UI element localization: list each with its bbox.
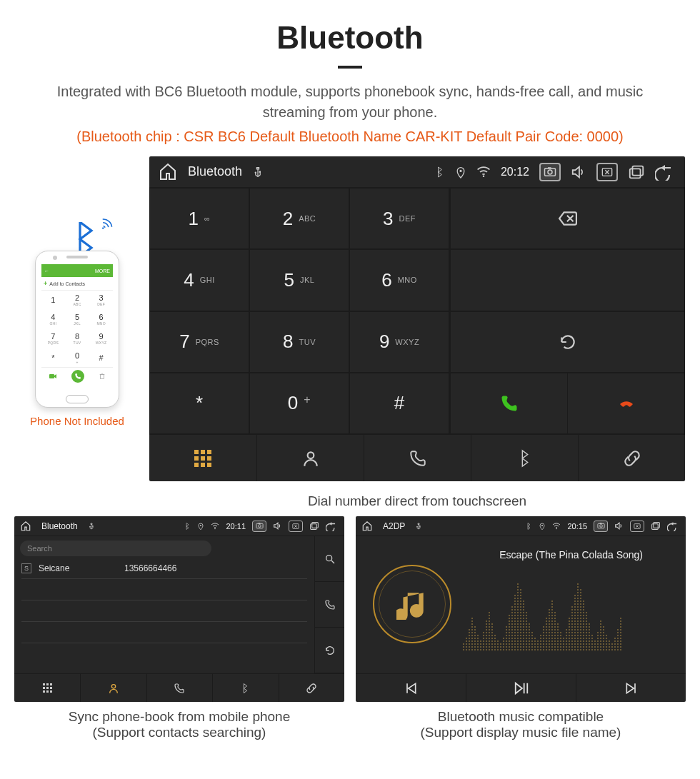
tab-keypad[interactable] <box>149 435 256 481</box>
back-button[interactable] <box>655 164 676 181</box>
key-5[interactable]: 5JKL <box>249 249 349 311</box>
tab-bluetooth[interactable] <box>471 435 578 481</box>
search-placeholder: Search <box>27 544 52 553</box>
music-note-icon <box>396 588 428 620</box>
home-icon[interactable] <box>361 521 373 532</box>
wifi-icon <box>552 522 561 531</box>
key-star[interactable]: * <box>149 373 249 434</box>
key-6[interactable]: 6MNO <box>349 249 449 311</box>
volume-button[interactable] <box>571 164 586 180</box>
key-3[interactable]: 3DEF <box>349 188 449 249</box>
backspace-button[interactable] <box>450 188 685 249</box>
bluetooth-tab-icon <box>241 683 250 694</box>
back-button[interactable] <box>667 521 680 531</box>
close-app-button[interactable] <box>289 521 303 532</box>
contact-list: S Seicane 13566664466 <box>14 558 314 643</box>
music-caption: Bluetooth music compatible (Support disp… <box>356 709 686 740</box>
clock: 20:11 <box>226 522 246 531</box>
dialer-keypad: 1∞ 2ABC 3DEF 4GHI 5JKL 6MNO 7PQRS 8TUV 9… <box>149 188 449 434</box>
refresh-button[interactable] <box>450 311 685 373</box>
close-app-button[interactable] <box>630 521 644 532</box>
phone-frame: ← MORE + Add to Contacts 1 2ABC 3DEF 4GH… <box>35 251 119 408</box>
dialer-bottom-bar <box>149 434 685 481</box>
key-4[interactable]: 4GHI <box>149 249 249 311</box>
tab-contacts[interactable] <box>256 435 364 481</box>
next-icon <box>624 681 639 695</box>
contact-name: Seicane <box>39 563 117 573</box>
key-hash[interactable]: # <box>349 373 449 434</box>
location-icon <box>539 522 546 531</box>
phone-icon <box>174 683 185 694</box>
contact-row[interactable]: S Seicane 13566664466 <box>21 558 307 579</box>
playpause-button[interactable] <box>466 674 576 702</box>
contacts-bottom-bar <box>14 673 344 702</box>
side-call-button[interactable] <box>315 582 344 628</box>
key-7[interactable]: 7PQRS <box>149 311 249 373</box>
contact-badge: S <box>21 563 31 573</box>
phone-back-icon: ← <box>44 268 49 273</box>
tab-pair[interactable] <box>578 435 685 481</box>
key-0[interactable]: 0+ <box>249 373 349 434</box>
home-icon[interactable] <box>20 521 31 532</box>
dialer-caption: Dial number direct from touchscreen <box>149 493 685 509</box>
person-icon <box>301 449 320 468</box>
link-icon <box>623 449 641 468</box>
usb-icon <box>88 522 95 531</box>
tab-contacts[interactable] <box>80 674 146 702</box>
back-button[interactable] <box>326 521 339 531</box>
bluetooth-status-icon <box>435 165 445 179</box>
phone-more: MORE <box>95 268 110 273</box>
recent-apps-button[interactable] <box>628 164 645 180</box>
side-search-button[interactable] <box>315 536 344 582</box>
prev-button[interactable] <box>356 674 466 702</box>
camera-button[interactable] <box>594 521 608 532</box>
tab-calllog[interactable] <box>146 674 212 702</box>
tab-pair[interactable] <box>279 674 344 702</box>
phone-action-bar <box>41 367 113 384</box>
camera-button[interactable] <box>539 163 561 181</box>
volume-button[interactable] <box>614 521 624 531</box>
person-icon <box>108 683 119 694</box>
key-1[interactable]: 1∞ <box>149 188 249 249</box>
recent-apps-button[interactable] <box>309 521 319 531</box>
search-input[interactable]: Search <box>20 541 211 556</box>
page-description: Integrated with BC6 Bluetooth module, su… <box>0 81 700 123</box>
empty-cell <box>450 249 685 311</box>
usb-icon <box>252 165 264 179</box>
plus-icon: + <box>44 280 47 287</box>
playpause-icon <box>513 680 530 696</box>
tab-keypad[interactable] <box>14 674 80 702</box>
wifi-icon <box>211 522 219 531</box>
song-title: Escape (The Pina Colada Song) <box>499 549 643 561</box>
next-button[interactable] <box>576 674 686 702</box>
hangup-button[interactable] <box>567 373 684 433</box>
contacts-side-tools <box>314 536 344 673</box>
recent-apps-button[interactable] <box>651 521 661 531</box>
usb-icon <box>415 522 422 531</box>
call-button[interactable] <box>451 373 567 433</box>
key-8[interactable]: 8TUV <box>249 311 349 373</box>
volume-button[interactable] <box>273 521 282 531</box>
camera-button[interactable] <box>252 521 266 532</box>
phone-keypad: 1 2ABC 3DEF 4GHI 5JKL 6MNO 7PQRS 8TUV 9W… <box>41 291 113 367</box>
keypad-icon <box>194 450 211 467</box>
bluetooth-status-icon <box>526 522 532 531</box>
tab-bluetooth[interactable] <box>212 674 278 702</box>
bluetooth-specs: (Bluetooth chip : CSR BC6 Default Blueto… <box>0 129 700 145</box>
svg-rect-12 <box>49 374 54 378</box>
key-2[interactable]: 2ABC <box>249 188 349 249</box>
page-title: Bluetooth <box>0 20 700 56</box>
status-title: Bluetooth <box>188 164 242 179</box>
link-icon <box>306 683 317 694</box>
phone-note: Phone Not Included <box>23 415 131 427</box>
side-refresh-button[interactable] <box>315 628 344 673</box>
home-icon[interactable] <box>158 162 178 182</box>
tab-calllog[interactable] <box>364 435 471 481</box>
contact-number: 13566664466 <box>124 563 176 573</box>
clock: 20:12 <box>501 166 529 179</box>
music-status-bar: A2DP 20:15 <box>356 516 686 536</box>
album-art <box>373 565 451 643</box>
key-9[interactable]: 9WXYZ <box>349 311 449 373</box>
prev-icon <box>404 681 418 695</box>
close-app-button[interactable] <box>596 163 618 181</box>
